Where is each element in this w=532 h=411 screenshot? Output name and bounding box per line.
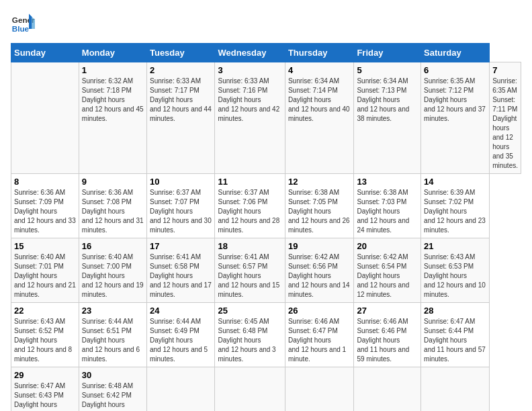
day-info: Sunrise: 6:42 AMSunset: 6:54 PMDaylight … xyxy=(357,253,409,298)
calendar-body: 1 Sunrise: 6:32 AMSunset: 7:18 PMDayligh… xyxy=(11,62,521,412)
day-number: 24 xyxy=(150,306,212,316)
calendar-cell xyxy=(146,367,215,412)
day-info: Sunrise: 6:33 AMSunset: 7:16 PMDaylight … xyxy=(218,77,279,122)
week-row-0: 1 Sunrise: 6:32 AMSunset: 7:18 PMDayligh… xyxy=(11,62,521,174)
weekday-thursday: Thursday xyxy=(285,44,353,62)
day-info: Sunrise: 6:46 AMSunset: 6:46 PMDaylight … xyxy=(357,318,409,363)
day-info: Sunrise: 6:43 AMSunset: 6:52 PMDaylight … xyxy=(14,318,72,363)
day-info: Sunrise: 6:42 AMSunset: 6:56 PMDaylight … xyxy=(288,253,350,298)
calendar-cell: 6 Sunrise: 6:35 AMSunset: 7:12 PMDayligh… xyxy=(421,62,490,174)
day-number: 25 xyxy=(218,306,281,316)
logo: General Blue xyxy=(11,11,35,35)
day-number: 18 xyxy=(218,241,281,251)
week-row-4: 29 Sunrise: 6:47 AMSunset: 6:43 PMDaylig… xyxy=(11,367,521,412)
day-number: 17 xyxy=(150,241,212,251)
calendar-cell: 7 Sunrise: 6:35 AMSunset: 7:11 PMDayligh… xyxy=(490,62,521,174)
weekday-friday: Friday xyxy=(354,44,421,62)
calendar-cell: 23 Sunrise: 6:44 AMSunset: 6:51 PMDaylig… xyxy=(79,303,146,367)
weekday-tuesday: Tuesday xyxy=(146,44,215,62)
day-info: Sunrise: 6:36 AMSunset: 7:08 PMDaylight … xyxy=(82,189,144,234)
day-info: Sunrise: 6:37 AMSunset: 7:07 PMDaylight … xyxy=(150,189,212,234)
day-number: 29 xyxy=(14,370,76,380)
day-number: 20 xyxy=(357,241,418,251)
day-number: 7 xyxy=(492,65,518,75)
day-number: 16 xyxy=(82,241,144,251)
calendar-cell: 28 Sunrise: 6:47 AMSunset: 6:44 PMDaylig… xyxy=(421,303,490,367)
day-number: 2 xyxy=(150,65,212,75)
day-number: 6 xyxy=(424,65,486,75)
calendar-cell: 9 Sunrise: 6:36 AMSunset: 7:08 PMDayligh… xyxy=(79,174,146,238)
day-number: 9 xyxy=(82,177,144,187)
day-info: Sunrise: 6:48 AMSunset: 6:42 PMDaylight … xyxy=(82,382,144,411)
day-number: 8 xyxy=(14,177,76,187)
weekday-sunday: Sunday xyxy=(11,44,79,62)
day-info: Sunrise: 6:38 AMSunset: 7:03 PMDaylight … xyxy=(357,189,409,234)
day-info: Sunrise: 6:38 AMSunset: 7:05 PMDaylight … xyxy=(288,189,350,234)
calendar-cell: 18 Sunrise: 6:41 AMSunset: 6:57 PMDaylig… xyxy=(215,238,285,303)
calendar-table: SundayMondayTuesdayWednesdayThursdayFrid… xyxy=(11,43,521,411)
weekday-header-row: SundayMondayTuesdayWednesdayThursdayFrid… xyxy=(11,44,521,62)
calendar-cell: 26 Sunrise: 6:46 AMSunset: 6:47 PMDaylig… xyxy=(285,303,353,367)
day-info: Sunrise: 6:44 AMSunset: 6:49 PMDaylight … xyxy=(150,318,208,363)
week-row-3: 22 Sunrise: 6:43 AMSunset: 6:52 PMDaylig… xyxy=(11,303,521,367)
day-number: 12 xyxy=(288,177,351,187)
day-info: Sunrise: 6:35 AMSunset: 7:12 PMDaylight … xyxy=(424,77,486,122)
day-number: 5 xyxy=(357,65,418,75)
calendar-cell: 8 Sunrise: 6:36 AMSunset: 7:09 PMDayligh… xyxy=(11,174,79,238)
day-info: Sunrise: 6:47 AMSunset: 6:43 PMDaylight … xyxy=(14,382,76,411)
day-number: 1 xyxy=(82,65,144,75)
day-number: 23 xyxy=(82,306,144,316)
day-info: Sunrise: 6:34 AMSunset: 7:13 PMDaylight … xyxy=(357,77,409,122)
day-info: Sunrise: 6:34 AMSunset: 7:14 PMDaylight … xyxy=(288,77,350,122)
week-row-2: 15 Sunrise: 6:40 AMSunset: 7:01 PMDaylig… xyxy=(11,238,521,303)
calendar-cell: 16 Sunrise: 6:40 AMSunset: 7:00 PMDaylig… xyxy=(79,238,146,303)
day-number: 22 xyxy=(14,306,76,316)
day-info: Sunrise: 6:36 AMSunset: 7:09 PMDaylight … xyxy=(14,189,76,234)
weekday-monday: Monday xyxy=(79,44,146,62)
day-number: 15 xyxy=(14,241,76,251)
calendar-cell: 14 Sunrise: 6:39 AMSunset: 7:02 PMDaylig… xyxy=(421,174,490,238)
day-number: 3 xyxy=(218,65,281,75)
calendar-cell: 15 Sunrise: 6:40 AMSunset: 7:01 PMDaylig… xyxy=(11,238,79,303)
calendar-cell: 30 Sunrise: 6:48 AMSunset: 6:42 PMDaylig… xyxy=(79,367,146,412)
day-info: Sunrise: 6:32 AMSunset: 7:18 PMDaylight … xyxy=(82,77,144,122)
calendar-cell: 13 Sunrise: 6:38 AMSunset: 7:03 PMDaylig… xyxy=(354,174,421,238)
page-header: General Blue xyxy=(11,11,521,35)
calendar-cell: 22 Sunrise: 6:43 AMSunset: 6:52 PMDaylig… xyxy=(11,303,79,367)
day-number: 13 xyxy=(357,177,418,187)
calendar-cell: 27 Sunrise: 6:46 AMSunset: 6:46 PMDaylig… xyxy=(354,303,421,367)
day-number: 19 xyxy=(288,241,351,251)
calendar-cell: 20 Sunrise: 6:42 AMSunset: 6:54 PMDaylig… xyxy=(354,238,421,303)
day-info: Sunrise: 6:45 AMSunset: 6:48 PMDaylight … xyxy=(218,318,275,363)
calendar-cell: 11 Sunrise: 6:37 AMSunset: 7:06 PMDaylig… xyxy=(215,174,285,238)
calendar-cell: 19 Sunrise: 6:42 AMSunset: 6:56 PMDaylig… xyxy=(285,238,353,303)
day-info: Sunrise: 6:46 AMSunset: 6:47 PMDaylight … xyxy=(288,318,346,363)
day-info: Sunrise: 6:43 AMSunset: 6:53 PMDaylight … xyxy=(424,253,486,298)
day-info: Sunrise: 6:37 AMSunset: 7:06 PMDaylight … xyxy=(218,189,279,234)
calendar-cell xyxy=(285,367,353,412)
day-info: Sunrise: 6:40 AMSunset: 7:00 PMDaylight … xyxy=(82,253,144,298)
calendar-cell: 12 Sunrise: 6:38 AMSunset: 7:05 PMDaylig… xyxy=(285,174,353,238)
day-info: Sunrise: 6:41 AMSunset: 6:57 PMDaylight … xyxy=(218,253,279,298)
calendar-cell: 2 Sunrise: 6:33 AMSunset: 7:17 PMDayligh… xyxy=(146,62,215,174)
calendar-cell xyxy=(421,367,490,412)
day-info: Sunrise: 6:40 AMSunset: 7:01 PMDaylight … xyxy=(14,253,76,298)
day-number: 11 xyxy=(218,177,281,187)
day-number: 30 xyxy=(82,370,144,380)
day-number: 4 xyxy=(288,65,351,75)
weekday-saturday: Saturday xyxy=(421,44,490,62)
calendar-cell: 17 Sunrise: 6:41 AMSunset: 6:58 PMDaylig… xyxy=(146,238,215,303)
day-number: 10 xyxy=(150,177,212,187)
day-info: Sunrise: 6:33 AMSunset: 7:17 PMDaylight … xyxy=(150,77,212,122)
day-info: Sunrise: 6:39 AMSunset: 7:02 PMDaylight … xyxy=(424,189,486,234)
calendar-cell: 24 Sunrise: 6:44 AMSunset: 6:49 PMDaylig… xyxy=(146,303,215,367)
svg-text:Blue: Blue xyxy=(12,24,30,33)
calendar-cell: 4 Sunrise: 6:34 AMSunset: 7:14 PMDayligh… xyxy=(285,62,353,174)
calendar-cell xyxy=(215,367,285,412)
day-info: Sunrise: 6:47 AMSunset: 6:44 PMDaylight … xyxy=(424,318,486,363)
day-info: Sunrise: 6:35 AMSunset: 7:11 PMDaylight … xyxy=(492,77,518,169)
day-number: 21 xyxy=(424,241,486,251)
weekday-wednesday: Wednesday xyxy=(215,44,285,62)
day-info: Sunrise: 6:44 AMSunset: 6:51 PMDaylight … xyxy=(82,318,140,363)
calendar-cell: 21 Sunrise: 6:43 AMSunset: 6:53 PMDaylig… xyxy=(421,238,490,303)
